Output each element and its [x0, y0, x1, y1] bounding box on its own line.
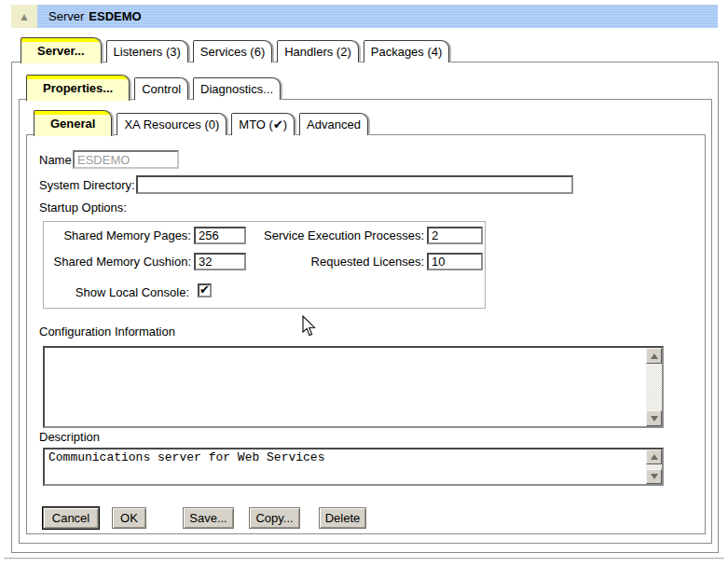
tab-general[interactable]: General [34, 110, 112, 136]
tab-diagnostics[interactable]: Diagnostics... [193, 77, 281, 100]
arrow-down-icon [651, 416, 658, 422]
save-button[interactable]: Save... [183, 507, 234, 529]
header-server-name: ESDEMO [89, 9, 141, 23]
scroll-down-button[interactable] [646, 469, 662, 484]
name-label: Name [39, 152, 72, 169]
header-title-prefix: Server [48, 9, 84, 23]
requested-licenses-input[interactable] [427, 253, 483, 270]
show-local-console-checkbox[interactable]: ✔ [198, 284, 212, 297]
mouse-cursor-icon [302, 315, 317, 338]
tab-handlers[interactable]: Handlers (2) [277, 40, 359, 62]
ok-button[interactable]: OK [112, 507, 146, 529]
shared-memory-pages-input[interactable] [194, 227, 246, 244]
arrow-down-icon [651, 474, 658, 479]
arrow-up-icon [651, 454, 658, 460]
scroll-down-button[interactable] [646, 410, 662, 426]
description-scrollbar[interactable] [646, 449, 662, 484]
shared-memory-cushion-label: Shared Memory Cushion: [37, 254, 191, 270]
scroll-up-button[interactable] [646, 449, 662, 464]
configuration-information-content[interactable] [45, 348, 646, 426]
name-input [73, 150, 179, 169]
header-bar: ▲ Server ESDEMO [11, 5, 718, 28]
tab-control[interactable]: Control [134, 77, 188, 100]
requested-licenses-label: Requested Licenses: [252, 254, 424, 270]
scroll-up-button[interactable] [646, 348, 662, 364]
bottom-separator [4, 558, 724, 560]
shared-memory-pages-label: Shared Memory Pages: [37, 228, 191, 244]
scroll-track[interactable] [646, 364, 662, 410]
tab-server[interactable]: Server... [21, 37, 102, 63]
tab-xa-resources[interactable]: XA Resources (0) [117, 113, 227, 135]
cancel-button[interactable]: Cancel [43, 507, 99, 529]
system-directory-label: System Directory: [39, 177, 135, 194]
arrow-up-icon [651, 353, 658, 359]
configuration-information-label: Configuration Information [39, 324, 175, 340]
startup-options-label: Startup Options: [39, 200, 127, 216]
tab-listeners[interactable]: Listeners (3) [106, 40, 188, 62]
configuration-information-textarea[interactable] [43, 346, 664, 428]
tab-services[interactable]: Services (6) [193, 40, 272, 62]
copy-button[interactable]: Copy... [249, 507, 300, 529]
description-content[interactable]: Communications server for Web Services [45, 449, 646, 484]
tabrow-level2: Properties... Control Diagnostics... [26, 74, 285, 100]
tab-advanced[interactable]: Advanced [299, 113, 368, 135]
description-textarea[interactable]: Communications server for Web Services [43, 448, 664, 486]
triangle-up-icon: ▲ [19, 11, 30, 22]
description-label: Description [39, 429, 100, 446]
delete-button[interactable]: Delete [319, 507, 366, 529]
tab-packages[interactable]: Packages (4) [364, 40, 450, 62]
shared-memory-cushion-input[interactable] [194, 253, 246, 270]
tab-mto[interactable]: MTO (✔) [231, 113, 295, 135]
tab-properties[interactable]: Properties... [26, 75, 130, 101]
service-execution-processes-input[interactable] [427, 227, 483, 244]
tabrow-level3: General XA Resources (0) MTO (✔) Advance… [34, 109, 373, 135]
service-execution-processes-label: Service Execution Processes: [252, 228, 424, 244]
collapse-triangle-icon[interactable]: ▲ [11, 5, 37, 28]
server-properties-window: ▲ Server ESDEMO Server... Listeners (3) … [0, 0, 728, 567]
checkmark-icon: ✔ [199, 284, 210, 296]
show-local-console-label: Show Local Console: [37, 284, 189, 301]
system-directory-input[interactable] [136, 175, 573, 194]
tabrow-level1: Server... Listeners (3) Services (6) Han… [21, 36, 454, 62]
configuration-scrollbar[interactable] [646, 348, 662, 426]
header-title-strip: Server ESDEMO [37, 5, 718, 28]
